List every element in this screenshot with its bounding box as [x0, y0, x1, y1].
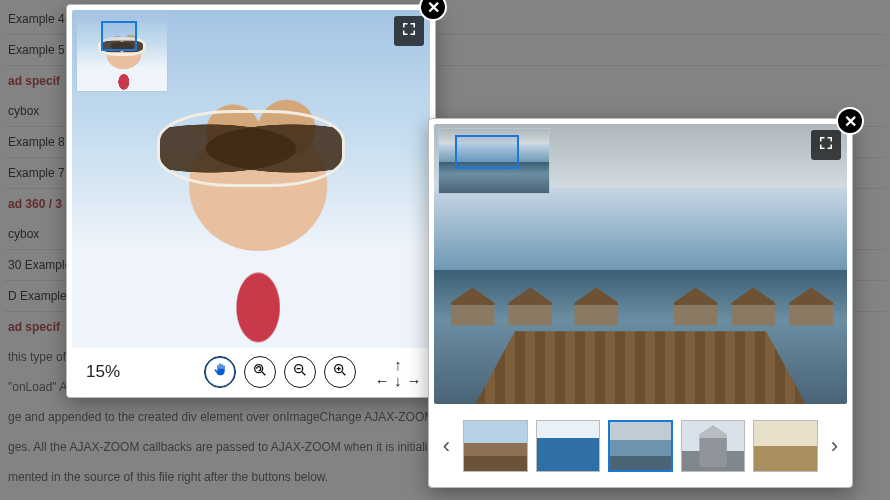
thumbs-next-button[interactable]: › [826, 414, 843, 478]
lightbox-portrait: ✕ 15% [66, 4, 436, 398]
thumbnail-strip: ‹ › [434, 404, 847, 482]
navigator-minimap[interactable] [438, 128, 550, 194]
expand-icon [400, 20, 418, 42]
zoom-viewport[interactable] [72, 10, 430, 348]
expand-icon [817, 134, 835, 156]
pan-right-button[interactable]: → [407, 373, 422, 388]
zoom-out-button[interactable] [284, 356, 316, 388]
fullscreen-button[interactable] [394, 16, 424, 46]
navigator-minimap[interactable] [76, 14, 168, 92]
svg-point-0 [255, 365, 263, 373]
pan-left-button[interactable]: ← [375, 373, 390, 388]
thumbs-prev-button[interactable]: ‹ [438, 414, 455, 478]
pan-down-button[interactable]: ↓ [394, 373, 402, 388]
pan-direction-pad: ↑ ← ↓ → [374, 356, 422, 388]
fullscreen-button[interactable] [811, 130, 841, 160]
close-icon: ✕ [427, 0, 440, 17]
hand-icon [212, 362, 228, 382]
zoom-out-icon [292, 362, 308, 382]
pan-up-button[interactable]: ↑ [394, 357, 402, 372]
thumbnail[interactable] [536, 420, 601, 472]
zoom-toolbar: 15% ↑ ← ↓ → [72, 348, 430, 392]
chevron-right-icon: › [831, 433, 838, 459]
close-button[interactable]: ✕ [836, 107, 864, 135]
reset-zoom-button[interactable] [244, 356, 276, 388]
pan-tool-button[interactable] [204, 356, 236, 388]
thumbnail[interactable] [753, 420, 818, 472]
navigator-viewbox[interactable] [101, 21, 137, 51]
zoom-in-button[interactable] [324, 356, 356, 388]
reset-icon [252, 362, 268, 382]
navigator-viewbox[interactable] [455, 135, 519, 169]
thumbnail[interactable] [681, 420, 746, 472]
thumbnail-selected[interactable] [608, 420, 673, 472]
zoom-percent-label: 15% [80, 362, 120, 382]
zoom-in-icon [332, 362, 348, 382]
chevron-left-icon: ‹ [443, 433, 450, 459]
bg-paragraph: custom description handling see also exa… [4, 492, 764, 500]
thumbnail[interactable] [463, 420, 528, 472]
zoom-viewport[interactable] [434, 124, 847, 404]
lightbox-gallery: ✕ ‹ › [428, 118, 853, 488]
close-icon: ✕ [844, 112, 857, 131]
